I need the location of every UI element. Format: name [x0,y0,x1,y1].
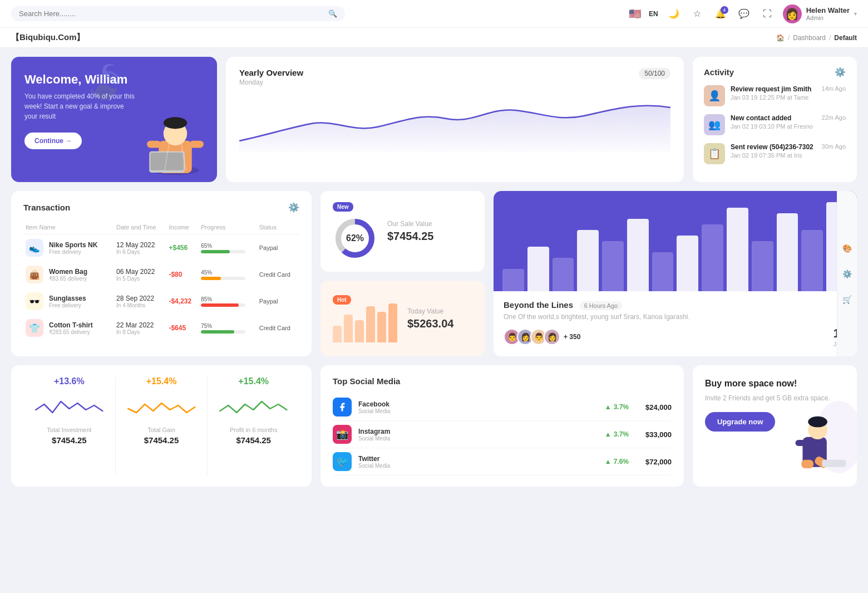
date-cell: 28 Sep 2022 In 4 Months [114,288,166,315]
sale-info: Our Sale Value $7454.25 [387,220,433,243]
svg-rect-20 [796,440,805,446]
bar-item [652,252,674,291]
activity-thumb: 👥 [704,114,725,135]
income-cell: -$4,232 [166,288,199,315]
sale-label: Our Sale Value [387,220,433,228]
fullscreen-icon[interactable]: ⛶ [760,6,775,22]
bar-rect [502,269,524,291]
item-days: In 8 Days [116,329,164,335]
item-name: Sunglasses [49,295,86,302]
mini-bar-item [344,315,353,342]
today-info: Today Value $5263.04 [407,307,453,330]
social-growth: ▲ 7.6% [605,458,629,465]
row-2: Transaction ⚙️ Item NameDate and TimeInc… [11,191,857,356]
transaction-settings-icon[interactable]: ⚙️ [288,202,299,213]
social-info: Facebook Social Media [358,400,390,414]
table-row: 👜 Women Bag ₹83.65 delivery 06 May 2022 … [23,261,299,288]
status-cell: Paypal [257,234,299,262]
yearly-chart [239,91,670,152]
metric-value: $7454.25 [52,435,87,445]
progress-cell: 75% [199,315,257,341]
up-arrow-icon: ▲ [605,458,611,465]
item-days: In 4 Months [116,302,164,308]
social-list: Facebook Social Media ▲ 3.7% $24,000 📸 I… [333,394,672,476]
topnav-right: 🇺🇸 EN 🌙 ☆ 🔔 4 💬 ⛶ 👩 Helen Walter Admin ▾ [629,4,857,23]
metric-wave-chart [213,393,294,421]
social-platform-icon: 🐦 [333,452,352,471]
home-icon[interactable]: 🏠 [776,34,785,42]
bc-dashboard[interactable]: Dashboard [793,34,826,42]
item-sub: Free delivery [49,249,97,255]
dark-mode-toggle[interactable]: 🌙 [666,6,682,22]
notification-badge: 4 [721,6,728,14]
progress-label: 45% [201,269,254,276]
social-sub: Social Media [358,408,390,414]
yearly-badge: 50/100 [639,68,670,79]
beyond-title: Beyond the Lines [504,300,573,310]
notification-icon[interactable]: 🔔 4 [713,6,728,22]
status-cell: Credit Card [257,261,299,288]
plus-count: + 350 [564,333,580,341]
social-name: Facebook [358,400,390,408]
metric-wave-chart [29,393,110,421]
status-cell: Paypal [257,288,299,315]
side-gear-icon[interactable]: ⚙️ [840,266,855,282]
row-3: +13.6% Total Investment $7454.25 +15.4% … [11,365,857,487]
side-cart-icon[interactable]: 🛒 [840,292,855,307]
metric-item: +15.4% Total Gain $7454.25 [115,376,208,476]
mini-bar-item [333,326,342,342]
bar-item [752,241,773,291]
top-navigation: 🔍 🇺🇸 EN 🌙 ☆ 🔔 4 💬 ⛶ 👩 Helen Walter Admin… [0,0,868,28]
progress-bar [201,277,245,280]
search-box[interactable]: 🔍 [11,6,345,21]
activity-item: 👤 Review request jim Smith Jan 03 19 12:… [704,85,846,106]
activity-settings-icon[interactable]: ⚙️ [835,67,846,77]
social-item: 📸 Instagram Social Media ▲ 3.7% $33,000 [333,421,672,448]
social-sub: Social Media [358,435,390,442]
bar-item [702,224,723,291]
trans-column-header: Item Name [23,220,114,234]
income-cell: -$645 [166,315,199,341]
activity-item-time: 22m Ago [822,114,846,121]
buy-space-card: Buy more space now! Invite 2 Friends and… [693,365,857,487]
bar-rect [777,213,798,291]
income-value: -$645 [169,324,186,332]
bar-item [777,213,798,291]
activity-item-time: 30m Ago [822,143,846,150]
language-label[interactable]: EN [649,10,658,18]
status-label: Paypal [259,244,278,251]
social-title: Top Social Media [333,376,672,386]
trans-column-header: Income [166,220,199,234]
side-palette-icon[interactable]: 🎨 [840,241,855,256]
item-icon: 👕 [26,319,43,337]
message-icon[interactable]: 💬 [736,6,752,22]
metric-label: Profit in 6 months [230,427,278,433]
item-sub: ₹283.65 delivery [49,329,93,335]
bar-rect [602,241,624,291]
metric-wave-chart [121,393,202,421]
activity-title: Activity [704,67,734,77]
star-icon[interactable]: ☆ [689,6,705,22]
item-date: 12 May 2022 [116,241,164,249]
date-cell: 06 May 2022 In 5 Days [114,261,166,288]
chevron-down-icon: ▾ [854,11,857,17]
yearly-subtitle: Monday [239,79,303,86]
continue-button[interactable]: Continue → [24,133,82,149]
donut-chart: 62% [333,216,377,261]
social-name: Instagram [358,428,390,435]
today-value-card: Hot Today Value $5263.04 [320,281,485,356]
bar-rect [652,252,674,291]
mini-bar-chart [333,309,397,342]
beyond-time-ago: 6 Hours Ago [580,301,623,310]
activity-item-sub: Jan 03 19 12:25 PM at Tame [731,94,816,101]
date-cell: 12 May 2022 In 6 Days [114,234,166,262]
social-item: Facebook Social Media ▲ 3.7% $24,000 [333,394,672,421]
upgrade-button[interactable]: Upgrade now [705,412,775,432]
side-icons: 🎨 ⚙️ 🛒 [837,191,857,356]
social-amount: $72,000 [645,458,672,466]
search-input[interactable] [19,9,324,18]
transaction-title: Transaction [23,203,70,212]
activity-thumb: 📋 [704,143,725,164]
user-menu[interactable]: 👩 Helen Walter Admin ▾ [783,4,857,23]
svg-rect-2 [147,141,161,148]
